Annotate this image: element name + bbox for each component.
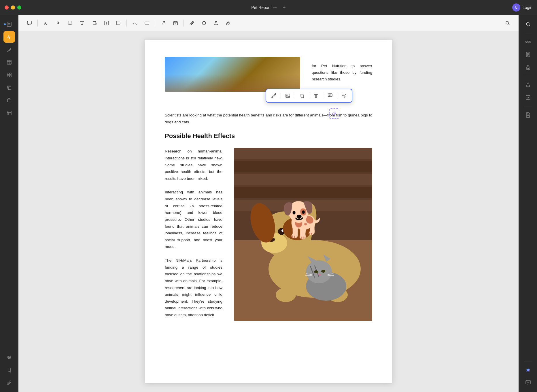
floating-clip-icon[interactable] — [329, 108, 339, 119]
right-sep-bottom — [524, 361, 532, 361]
inline-settings-icon[interactable] — [340, 91, 349, 100]
right-sep-3 — [524, 106, 532, 106]
toolbar-list-icon[interactable] — [113, 18, 124, 28]
toolbar-curve-icon[interactable] — [130, 18, 140, 28]
toolbar-circle-icon[interactable] — [199, 18, 209, 28]
svg-rect-9 — [7, 73, 9, 75]
toolbar-textbox-icon[interactable] — [101, 18, 111, 28]
sidebar-edit-icon[interactable] — [3, 44, 15, 55]
svg-point-51 — [344, 95, 345, 96]
sidebar-table-icon[interactable] — [3, 56, 15, 68]
inline-sep-5 — [337, 93, 337, 99]
toolbar — [18, 15, 519, 31]
right-check-icon[interactable] — [522, 92, 534, 103]
svg-rect-29 — [145, 22, 149, 24]
svg-rect-43 — [286, 94, 290, 97]
login-button[interactable]: U Login — [512, 3, 532, 12]
inline-delete-icon[interactable] — [311, 91, 321, 100]
document-container[interactable]: for Pet Nutrition to answer questions li… — [18, 31, 519, 392]
sidebar-bookmark-icon[interactable] — [3, 364, 15, 376]
document-title: Pet Report — [251, 5, 271, 10]
toolbar-text-bold-icon[interactable] — [89, 18, 99, 28]
toolbar-search-icon[interactable] — [502, 18, 513, 28]
toolbar-arrow-icon[interactable] — [158, 18, 169, 28]
svg-rect-14 — [7, 99, 11, 102]
right-save-icon[interactable] — [522, 109, 534, 121]
right-lock-icon[interactable] — [522, 61, 534, 73]
toolbar-sep-3 — [155, 20, 155, 27]
title-edit-icon[interactable]: ✏ — [273, 5, 277, 10]
toolbar-sep-1 — [37, 20, 38, 27]
sidebar-layers-icon[interactable] — [3, 352, 15, 363]
right-sep-1 — [524, 33, 532, 33]
toolbar-calendar-icon[interactable] — [170, 18, 181, 28]
right-sep-2 — [524, 76, 532, 76]
inline-sep-4 — [323, 93, 323, 99]
sidebar-stack-icon[interactable] — [3, 95, 15, 106]
svg-point-83 — [526, 22, 529, 25]
sidebar-highlight-icon[interactable] — [3, 31, 15, 43]
right-colorful-icon[interactable] — [522, 364, 534, 376]
close-button[interactable] — [5, 5, 9, 10]
svg-rect-48 — [328, 94, 332, 97]
sidebar-grid-icon[interactable] — [3, 69, 15, 81]
svg-rect-20 — [27, 21, 31, 24]
login-label: Login — [523, 5, 532, 10]
toolbar-highlighter-icon[interactable] — [41, 18, 51, 28]
svg-point-66 — [296, 201, 319, 239]
toolbar-sep-4 — [184, 20, 184, 27]
toolbar-strikethrough-icon[interactable] — [53, 18, 63, 28]
doc-paragraph-2: Research on human-animal interactions is… — [165, 148, 222, 182]
inline-image-icon[interactable] — [283, 91, 292, 100]
svg-rect-33 — [173, 22, 177, 25]
svg-rect-13 — [8, 87, 11, 90]
right-search-icon[interactable] — [522, 18, 534, 30]
inline-toolbar — [266, 89, 352, 103]
svg-rect-12 — [10, 75, 11, 77]
svg-rect-45 — [301, 95, 304, 98]
toolbar-comment-icon[interactable] — [24, 18, 35, 28]
maximize-button[interactable] — [17, 5, 21, 10]
svg-rect-10 — [10, 73, 11, 75]
right-chat-icon[interactable] — [522, 377, 534, 389]
svg-point-32 — [164, 21, 165, 22]
svg-line-41 — [508, 24, 510, 25]
main-layout: for Pet Nutrition to answer questions li… — [0, 15, 537, 392]
doc-right-image — [234, 148, 372, 321]
sidebar-doc-icon[interactable] — [3, 18, 15, 30]
doc-paragraph-3: Interacting with animals has been shown … — [165, 189, 222, 250]
svg-rect-53 — [234, 148, 372, 159]
toolbar-pen-icon[interactable] — [223, 18, 233, 28]
toolbar-underline-icon[interactable] — [65, 18, 75, 28]
svg-rect-92 — [527, 113, 529, 114]
svg-point-44 — [287, 95, 288, 96]
right-share-icon[interactable] — [522, 79, 534, 91]
toolbar-shape-icon[interactable] — [142, 18, 152, 28]
svg-line-31 — [162, 22, 165, 24]
left-sidebar — [0, 15, 18, 392]
new-tab-button[interactable]: + — [283, 5, 286, 11]
toolbar-text-icon[interactable] — [77, 18, 87, 28]
right-ocr-icon[interactable]: OCR — [522, 36, 534, 48]
svg-rect-11 — [7, 75, 9, 77]
svg-point-71 — [306, 260, 332, 283]
sidebar-template-icon[interactable] — [3, 107, 15, 119]
inline-link-icon[interactable] — [269, 91, 278, 100]
minimize-button[interactable] — [11, 5, 15, 10]
title-bar: Pet Report ✏ + U Login — [0, 0, 537, 15]
svg-point-78 — [318, 274, 321, 276]
svg-rect-56 — [234, 187, 372, 198]
svg-rect-93 — [527, 116, 529, 117]
svg-point-64 — [281, 229, 284, 232]
inline-copy-icon[interactable] — [297, 91, 307, 100]
user-avatar: U — [512, 3, 520, 12]
toolbar-person-icon[interactable] — [211, 18, 221, 28]
inline-comment-icon[interactable] — [326, 91, 335, 100]
right-document-icon[interactable] — [522, 49, 534, 60]
svg-point-77 — [321, 270, 325, 273]
svg-point-90 — [527, 68, 528, 69]
sidebar-paperclip-icon[interactable] — [3, 377, 15, 389]
toolbar-attach-icon[interactable] — [187, 18, 197, 28]
title-area: Pet Report ✏ + — [251, 5, 285, 11]
sidebar-copy-icon[interactable] — [3, 82, 15, 93]
